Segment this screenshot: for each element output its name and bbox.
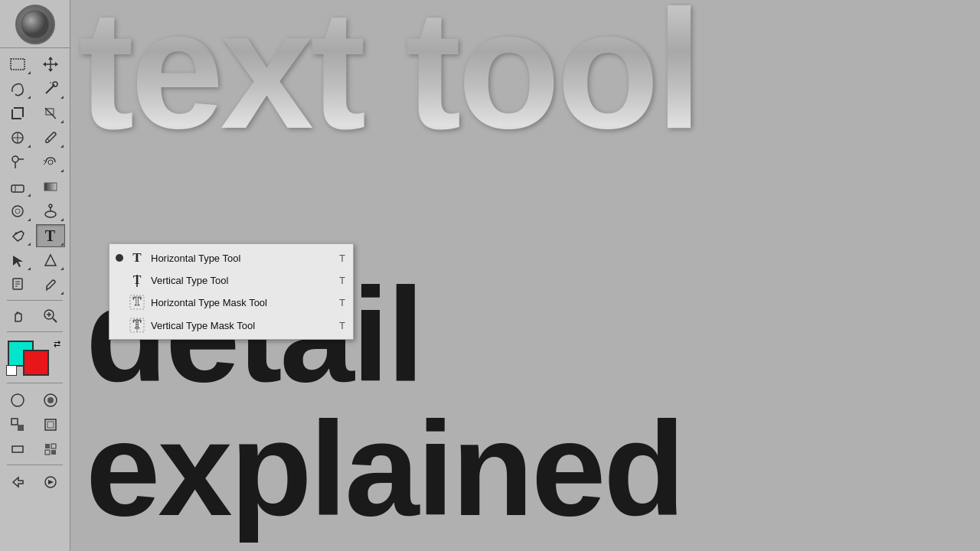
tool-history-brush[interactable]: [36, 151, 65, 174]
menu-item-vertical-type-tool[interactable]: T Vertical Type Tool T: [109, 269, 353, 291]
separator3: [7, 383, 63, 383]
tool-grid: T: [0, 51, 70, 298]
toolbar-top: [0, 3, 70, 48]
tool-shape[interactable]: [36, 249, 65, 272]
horizontal-type-shortcut: T: [339, 253, 345, 264]
background-color[interactable]: [23, 350, 49, 376]
tool-square1[interactable]: [3, 413, 32, 436]
svg-rect-22: [11, 185, 24, 192]
separator2: [7, 331, 63, 332]
menu-item-vertical-type-mask-tool[interactable]: T Vertical Type Mask Tool T: [109, 314, 353, 337]
tool-brush[interactable]: [36, 126, 65, 149]
svg-rect-50: [51, 444, 56, 448]
svg-point-17: [12, 156, 18, 162]
svg-text:T: T: [133, 295, 142, 308]
horizontal-type-mask-shortcut: T: [339, 297, 345, 308]
default-colors[interactable]: [6, 365, 17, 376]
selected-bullet: [116, 254, 123, 262]
svg-rect-51: [45, 450, 50, 455]
svg-line-12: [45, 108, 56, 119]
tool-grid-2: [0, 303, 70, 329]
menu-item-horizontal-type-tool[interactable]: T Horizontal Type Tool T: [109, 246, 353, 269]
svg-rect-46: [45, 419, 56, 430]
tool-eyedropper[interactable]: [36, 273, 65, 296]
tool-magic-wand[interactable]: [36, 77, 65, 100]
tool-standard-mode[interactable]: [3, 389, 32, 412]
svg-point-41: [11, 394, 24, 406]
tool-jump-to-imageready[interactable]: [3, 471, 32, 494]
tool-stamp[interactable]: [3, 151, 32, 174]
swap-colors[interactable]: ⇄: [54, 339, 60, 349]
svg-marker-7: [55, 62, 58, 67]
svg-point-9: [53, 82, 57, 86]
horizontal-type-mask-icon: T: [129, 295, 145, 310]
svg-point-30: [15, 233, 18, 235]
tool-slice[interactable]: [36, 102, 65, 125]
svg-rect-1: [11, 59, 24, 70]
tool-square2[interactable]: [36, 413, 65, 436]
bg-text-line1: text tool: [78, 0, 980, 162]
svg-rect-45: [18, 425, 24, 431]
tool-hand[interactable]: [3, 305, 32, 328]
svg-point-27: [45, 211, 56, 217]
tool-notes[interactable]: [3, 273, 32, 296]
horizontal-type-icon: T: [129, 250, 145, 266]
svg-rect-24: [44, 183, 57, 191]
svg-point-25: [12, 206, 23, 217]
svg-marker-5: [48, 69, 53, 72]
bottom-grid: [0, 469, 70, 495]
tool-eraser[interactable]: [3, 175, 32, 198]
vertical-type-shortcut: T: [339, 275, 345, 286]
tool-marquee-rect[interactable]: [3, 53, 32, 76]
vertical-type-mask-label: Vertical Type Mask Tool: [151, 320, 333, 331]
tool-dodge[interactable]: [36, 200, 65, 223]
mode-grid: [0, 387, 70, 462]
svg-marker-32: [45, 255, 56, 266]
vertical-type-mask-shortcut: T: [339, 320, 345, 331]
tool-lasso[interactable]: [3, 77, 32, 100]
svg-marker-31: [13, 256, 23, 267]
svg-line-38: [53, 318, 57, 322]
svg-rect-44: [11, 419, 18, 425]
canvas-area: text tool detail explained T Horizontal …: [70, 0, 980, 551]
tool-quick-mask[interactable]: [36, 389, 65, 412]
separator1: [7, 300, 63, 301]
tool-zoom[interactable]: [36, 305, 65, 328]
vertical-type-mask-icon: T: [129, 318, 145, 333]
svg-rect-52: [51, 450, 56, 455]
horizontal-type-label: Horizontal Type Tool: [151, 253, 333, 264]
tool-blur[interactable]: [3, 200, 32, 223]
tool-square4[interactable]: [36, 438, 65, 461]
svg-point-26: [15, 209, 20, 214]
tool-crop[interactable]: [3, 102, 32, 125]
toolbar: T ⇄: [0, 0, 70, 551]
tool-gradient[interactable]: [36, 175, 65, 198]
type-tool-context-menu: T Horizontal Type Tool T T Vertical Type…: [109, 243, 354, 340]
vertical-type-icon: T: [129, 273, 145, 287]
horizontal-type-mask-label: Horizontal Type Mask Tool: [151, 297, 333, 308]
svg-marker-4: [48, 57, 53, 60]
svg-rect-49: [45, 444, 50, 448]
tool-move[interactable]: [36, 53, 65, 76]
svg-point-29: [49, 204, 52, 207]
svg-rect-47: [47, 422, 54, 428]
svg-point-43: [47, 397, 54, 403]
tool-imageready[interactable]: [36, 471, 65, 494]
tool-path-select[interactable]: [3, 249, 32, 272]
tool-square3[interactable]: [3, 438, 32, 461]
svg-marker-6: [43, 62, 46, 67]
color-area: ⇄: [0, 334, 70, 380]
separator4: [7, 465, 63, 465]
tool-pen[interactable]: [3, 224, 32, 247]
tool-healing[interactable]: [3, 126, 32, 149]
svg-rect-48: [12, 446, 23, 452]
menu-item-horizontal-type-mask-tool[interactable]: T Horizontal Type Mask Tool T: [109, 291, 353, 314]
svg-line-21: [44, 162, 46, 165]
svg-marker-53: [13, 478, 23, 487]
vertical-type-label: Vertical Type Tool: [151, 275, 333, 286]
svg-point-0: [21, 11, 49, 38]
ps-logo: [15, 5, 55, 44]
tool-type[interactable]: T: [36, 224, 65, 247]
